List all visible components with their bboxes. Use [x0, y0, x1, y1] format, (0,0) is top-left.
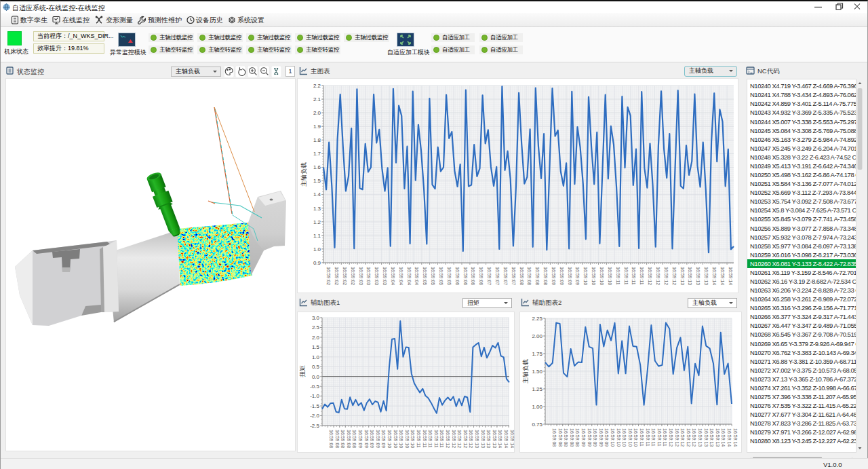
svg-text:16:59:14: 16:59:14 — [498, 430, 502, 448]
svg-text:1.0: 1.0 — [312, 354, 320, 360]
svg-text:16:59:06: 16:59:06 — [455, 267, 460, 285]
svg-text:2.25: 2.25 — [532, 316, 542, 322]
svg-text:16:59:11: 16:59:11 — [651, 428, 656, 447]
svg-text:16:59:08: 16:59:08 — [335, 430, 340, 448]
svg-text:16:59:13: 16:59:13 — [696, 267, 701, 285]
svg-text:16:59:06: 16:59:06 — [463, 267, 468, 285]
svg-text:2.5: 2.5 — [312, 324, 320, 331]
svg-text:16:59:13: 16:59:13 — [486, 430, 491, 448]
svg-text:16:59:02: 16:59:02 — [351, 267, 355, 285]
svg-text:16:59:08: 16:59:08 — [552, 428, 557, 447]
svg-text:16:59:11: 16:59:11 — [624, 267, 629, 285]
svg-text:2.00: 2.00 — [532, 333, 542, 339]
svg-text:16:59:05: 16:59:05 — [422, 267, 427, 285]
svg-text:16:59:13: 16:59:13 — [709, 428, 714, 447]
svg-text:16:59:13: 16:59:13 — [492, 430, 497, 448]
svg-text:16:59:12: 16:59:12 — [648, 267, 652, 285]
svg-text:16:59:12: 16:59:12 — [463, 430, 468, 448]
svg-text:主轴负载: 主轴负载 — [522, 359, 529, 383]
svg-text:-1.0: -1.0 — [310, 393, 319, 399]
svg-text:16:59:11: 16:59:11 — [428, 430, 433, 448]
svg-text:16:59:09: 16:59:09 — [593, 428, 597, 447]
svg-text:16:59:08: 16:59:08 — [340, 430, 345, 448]
svg-text:16:59:02: 16:59:02 — [342, 267, 347, 285]
svg-text:1.5: 1.5 — [313, 178, 321, 184]
svg-text:16:59:09: 16:59:09 — [587, 428, 592, 447]
svg-text:16:59:10: 16:59:10 — [610, 428, 615, 447]
svg-text:16:59:10: 16:59:10 — [616, 428, 621, 447]
svg-text:16:59:10: 16:59:10 — [405, 430, 410, 448]
svg-text:主轴负载: 主轴负载 — [300, 162, 307, 187]
svg-text:16:59:14: 16:59:14 — [721, 428, 726, 447]
svg-text:-2.5: -2.5 — [310, 423, 319, 429]
svg-text:-2.0: -2.0 — [310, 413, 319, 419]
svg-text:16:59:09: 16:59:09 — [604, 428, 609, 447]
svg-text:1.5: 1.5 — [312, 344, 320, 350]
svg-text:1.75: 1.75 — [532, 351, 542, 357]
svg-text:16:59:10: 16:59:10 — [591, 267, 596, 285]
svg-text:-0.5: -0.5 — [310, 383, 319, 390]
svg-text:16:59:14: 16:59:14 — [504, 430, 509, 448]
svg-text:16:59:11: 16:59:11 — [422, 430, 427, 448]
svg-text:16:59:14: 16:59:14 — [728, 267, 733, 285]
svg-text:16:59:09: 16:59:09 — [358, 430, 363, 448]
svg-text:1.1: 1.1 — [313, 233, 321, 239]
svg-text:16:59:14: 16:59:14 — [510, 430, 515, 448]
svg-text:2.0: 2.0 — [313, 110, 321, 116]
svg-text:16:59:12: 16:59:12 — [469, 430, 473, 448]
svg-text:16:59:08: 16:59:08 — [527, 267, 532, 285]
svg-text:16:59:07: 16:59:07 — [511, 267, 516, 285]
svg-text:16:59:13: 16:59:13 — [698, 428, 703, 447]
svg-text:16:59:09: 16:59:09 — [370, 430, 374, 448]
svg-text:16:59:13: 16:59:13 — [475, 430, 479, 448]
svg-text:2.1: 2.1 — [313, 96, 321, 102]
svg-text:16:59:03: 16:59:03 — [382, 267, 387, 285]
svg-text:16:59:08: 16:59:08 — [558, 428, 563, 447]
svg-text:16:59:09: 16:59:09 — [599, 428, 604, 447]
svg-text:16:59:09: 16:59:09 — [575, 267, 580, 285]
svg-text:0.5: 0.5 — [312, 364, 320, 370]
svg-text:16:59:08: 16:59:08 — [575, 428, 580, 447]
svg-text:16:59:08: 16:59:08 — [543, 267, 548, 285]
svg-text:16:59:04: 16:59:04 — [391, 267, 395, 285]
svg-text:16:59:09: 16:59:09 — [381, 430, 386, 448]
svg-text:16:59:03: 16:59:03 — [366, 267, 371, 285]
svg-text:-1.5: -1.5 — [310, 403, 319, 409]
svg-text:16:59:10: 16:59:10 — [410, 430, 415, 448]
svg-text:16:59:11: 16:59:11 — [434, 430, 439, 448]
svg-text:16:59:11: 16:59:11 — [439, 430, 444, 448]
svg-text:16:59:08: 16:59:08 — [519, 267, 524, 285]
svg-text:16:59:09: 16:59:09 — [559, 267, 564, 285]
svg-text:16:59:10: 16:59:10 — [628, 428, 633, 447]
svg-text:1.50: 1.50 — [532, 369, 542, 375]
svg-text:16:59:11: 16:59:11 — [646, 428, 650, 447]
svg-text:16:59:08: 16:59:08 — [352, 430, 357, 448]
svg-text:0.0: 0.0 — [312, 374, 320, 380]
svg-text:16:59:10: 16:59:10 — [393, 430, 398, 448]
svg-text:16:59:08: 16:59:08 — [535, 267, 540, 285]
svg-text:16:59:03: 16:59:03 — [374, 267, 379, 285]
svg-text:0.75: 0.75 — [532, 421, 542, 428]
svg-text:1.3: 1.3 — [313, 206, 321, 212]
svg-text:16:59:10: 16:59:10 — [399, 430, 403, 448]
svg-text:16:59:13: 16:59:13 — [688, 267, 692, 285]
svg-text:16:59:11: 16:59:11 — [639, 428, 644, 447]
svg-text:16:59:09: 16:59:09 — [568, 267, 572, 285]
svg-text:16:59:12: 16:59:12 — [452, 430, 456, 448]
svg-text:16:59:08: 16:59:08 — [329, 430, 334, 448]
svg-text:2.0: 2.0 — [312, 335, 320, 341]
svg-text:扭矩: 扭矩 — [299, 365, 306, 377]
svg-text:16:59:11: 16:59:11 — [616, 267, 620, 285]
svg-text:1.7: 1.7 — [313, 151, 321, 157]
svg-text:16:59:13: 16:59:13 — [680, 267, 685, 285]
svg-text:16:59:13: 16:59:13 — [481, 430, 486, 448]
svg-text:16:59:14: 16:59:14 — [712, 267, 717, 285]
svg-text:16:59:06: 16:59:06 — [471, 267, 475, 285]
svg-text:16:59:05: 16:59:05 — [447, 267, 452, 285]
svg-text:16:59:12: 16:59:12 — [669, 428, 673, 447]
svg-text:16:59:05: 16:59:05 — [439, 267, 443, 285]
svg-text:16:59:04: 16:59:04 — [414, 267, 419, 285]
svg-text:16:59:10: 16:59:10 — [622, 428, 627, 447]
svg-text:16:59:14: 16:59:14 — [720, 267, 725, 285]
svg-text:1.25: 1.25 — [532, 386, 542, 392]
